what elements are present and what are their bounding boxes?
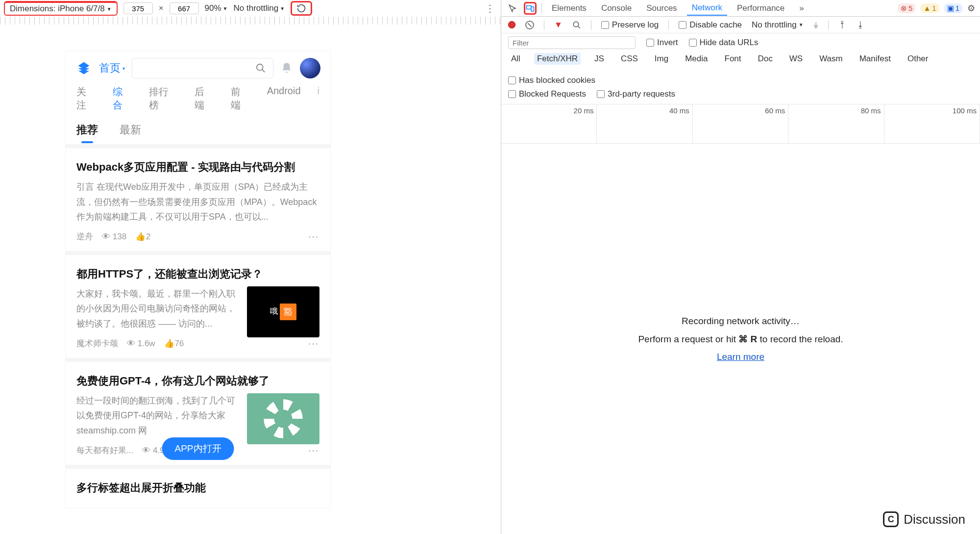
network-throttle-select[interactable]: No throttling▼	[752, 20, 804, 30]
filter-ws[interactable]: WS	[786, 53, 806, 65]
search-icon	[255, 63, 266, 74]
preserve-log-checkbox[interactable]: Preserve log	[601, 20, 659, 30]
tab-sources[interactable]: Sources	[641, 1, 682, 15]
rotate-button[interactable]	[291, 1, 312, 16]
wifi-icon[interactable]: ⏚	[813, 20, 818, 30]
likes: 👍 2	[135, 231, 150, 242]
devtools-tabs: Elements Console Sources Network Perform…	[501, 0, 980, 17]
dimensions-select[interactable]: Dimensions: iPhone 6/7/8 ▼	[4, 1, 118, 16]
chevron-down-icon: ▼	[280, 6, 285, 11]
filter-other[interactable]: Other	[905, 53, 931, 65]
third-party-checkbox[interactable]: 3rd-party requests	[597, 89, 675, 99]
avatar[interactable]	[300, 58, 320, 78]
article-title: Webpack多页应用配置 - 实现路由与代码分割	[76, 160, 319, 175]
tab-android[interactable]: Android	[267, 85, 301, 112]
search-icon[interactable]	[572, 21, 581, 29]
more-tabs[interactable]: »	[794, 1, 808, 15]
clear-button[interactable]	[525, 21, 534, 29]
device-toggle-icon[interactable]	[524, 2, 537, 15]
bell-icon[interactable]	[280, 62, 293, 75]
zoom-select[interactable]: 90%▼	[205, 3, 228, 13]
svg-rect-2	[527, 5, 532, 9]
filter-manifest[interactable]: Manifest	[857, 53, 894, 65]
more-icon[interactable]: ⋯	[308, 337, 319, 350]
tab-performance[interactable]: Performance	[732, 1, 789, 15]
likes: 👍 76	[164, 338, 184, 349]
network-empty-state: Recording network activity… Perform a re…	[501, 144, 980, 534]
discussion-icon: C	[883, 511, 899, 527]
tab-console[interactable]: Console	[596, 1, 637, 15]
invert-checkbox[interactable]: Invert	[646, 38, 678, 48]
article-item[interactable]: 多行标签超出展开折叠功能	[66, 465, 330, 508]
network-toolbar: ▼ Preserve log Disable cache No throttli…	[501, 17, 980, 33]
more-icon[interactable]: ⋯	[308, 444, 319, 457]
article-item[interactable]: Webpack多页应用配置 - 实现路由与代码分割 引言 在现代Web应用开发中…	[66, 144, 330, 251]
dimensions-label: Dimensions: iPhone 6/7/8	[10, 4, 105, 14]
filter-all[interactable]: All	[508, 53, 523, 65]
throttle-select[interactable]: No throttling▼	[234, 3, 285, 13]
network-timeline[interactable]: 20 ms 40 ms 60 ms 80 ms 100 ms	[501, 104, 980, 144]
height-input[interactable]	[170, 2, 199, 14]
tab-backend[interactable]: 后端	[195, 85, 214, 112]
article-author: 魔术师卡颂	[76, 338, 118, 349]
filter-doc[interactable]: Doc	[755, 53, 776, 65]
filter-img[interactable]: Img	[652, 53, 671, 65]
article-title: 都用HTTPS了，还能被查出浏览记录？	[76, 267, 319, 281]
messages-badge[interactable]: ▣ 1	[944, 3, 962, 13]
svg-rect-3	[531, 7, 534, 11]
eye-icon: 👁	[127, 339, 135, 349]
learn-more-link[interactable]: Learn more	[717, 352, 764, 362]
emulated-phone: 首页▾ 关注 综合 排行榜 后端 前端 Android i	[66, 51, 330, 508]
device-viewport: 首页▾ 关注 综合 排行榜 后端 前端 Android i	[0, 17, 501, 534]
filter-css[interactable]: CSS	[618, 53, 641, 65]
tab-comprehensive[interactable]: 综合	[113, 85, 132, 112]
blocked-requests-checkbox[interactable]: Blocked Requests	[508, 89, 586, 99]
tab-more[interactable]: i	[318, 85, 319, 112]
gpt-icon	[264, 399, 303, 438]
chevron-down-icon: ▼	[799, 22, 804, 27]
subtab-latest[interactable]: 最新	[120, 123, 141, 137]
article-thumb	[247, 393, 319, 444]
tab-ranking[interactable]: 排行榜	[149, 85, 178, 112]
record-button[interactable]	[508, 21, 515, 28]
open-in-app-button[interactable]: APP内打开	[162, 437, 234, 460]
errors-badge[interactable]: ⊗ 5	[898, 3, 915, 13]
kebab-menu[interactable]: ⋮	[485, 2, 495, 14]
filter-wasm[interactable]: Wasm	[816, 53, 846, 65]
inspect-element-icon[interactable]	[506, 2, 519, 15]
device-toolbar: Dimensions: iPhone 6/7/8 ▼ × 90%▼ No thr…	[0, 0, 501, 17]
filter-icon[interactable]: ▼	[554, 20, 563, 30]
disable-cache-checkbox[interactable]: Disable cache	[679, 20, 742, 30]
article-item[interactable]: 免费使用GPT-4，你有这几个网站就够了 经过一段时间的翻江倒海，找到了几个可以…	[66, 358, 330, 465]
article-item[interactable]: 都用HTTPS了，还能被查出浏览记录？ 大家好，我卡颂。最近，群里一个刚入职的小…	[66, 251, 330, 358]
home-link[interactable]: 首页▾	[99, 61, 125, 76]
width-input[interactable]	[123, 2, 153, 14]
download-icon[interactable]: ⭳	[857, 20, 865, 30]
tab-elements[interactable]: Elements	[547, 1, 591, 15]
discussion-button[interactable]: C Discussion	[883, 511, 965, 527]
thumb-up-icon: 👍	[135, 231, 144, 242]
article-title: 免费使用GPT-4，你有这几个网站就够了	[76, 374, 319, 388]
filter-input[interactable]	[508, 36, 636, 49]
tab-network[interactable]: Network	[687, 1, 727, 16]
filter-js[interactable]: JS	[591, 53, 607, 65]
gear-icon[interactable]: ⚙	[967, 3, 975, 14]
filter-font[interactable]: Font	[722, 53, 744, 65]
tab-follow[interactable]: 关注	[76, 85, 96, 112]
rotate-icon	[296, 3, 307, 14]
article-thumb: 哦 豁	[247, 286, 319, 337]
upload-icon[interactable]: ⭱	[838, 20, 847, 30]
search-input[interactable]	[132, 58, 273, 78]
warnings-badge[interactable]: ▲ 1	[920, 3, 939, 13]
hide-urls-checkbox[interactable]: Hide data URLs	[689, 38, 759, 48]
filter-fetch[interactable]: Fetch/XHR	[534, 53, 581, 65]
tab-frontend[interactable]: 前端	[231, 85, 250, 112]
hint-text: Perform a request or hit ⌘ R to record t…	[638, 333, 843, 345]
more-icon[interactable]: ⋯	[308, 230, 319, 243]
svg-point-0	[257, 64, 263, 71]
filter-media[interactable]: Media	[682, 53, 710, 65]
subtab-recommend[interactable]: 推荐	[76, 123, 98, 137]
eye-icon: 👁	[142, 446, 150, 456]
svg-point-4	[573, 22, 579, 27]
has-blocked-checkbox[interactable]: Has blocked cookies	[508, 76, 595, 85]
